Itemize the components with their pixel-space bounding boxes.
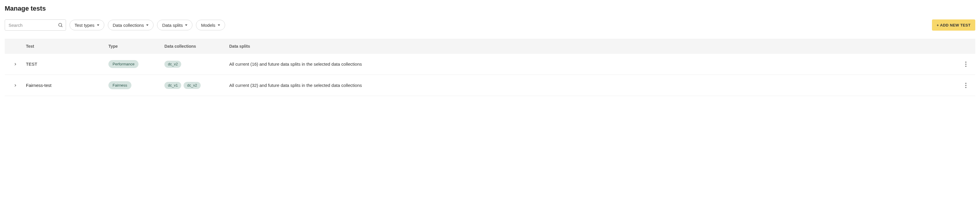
expand-row-button[interactable]: [12, 82, 19, 89]
th-data-splits: Data splits: [226, 39, 958, 54]
filter-test-types[interactable]: Test types: [70, 20, 104, 30]
th-data-collections: Data collections: [161, 39, 226, 54]
svg-line-1: [61, 26, 62, 27]
data-splits-text: All current (32) and future data splits …: [229, 83, 362, 88]
filter-data-splits[interactable]: Data splits: [157, 20, 192, 30]
filter-models[interactable]: Models: [196, 20, 225, 30]
add-new-test-button[interactable]: + ADD NEW TEST: [932, 19, 975, 30]
data-collections-chips: dc_v1dc_v2: [164, 82, 222, 89]
test-name: TEST: [26, 62, 37, 67]
filter-label: Data collections: [113, 23, 144, 28]
tests-table: Test Type Data collections Data splits T…: [5, 39, 975, 96]
search-input[interactable]: [5, 19, 66, 30]
table-row: Fairness-testFairnessdc_v1dc_v2All curre…: [5, 75, 975, 96]
filter-label: Models: [201, 23, 215, 28]
search-wrap: [5, 19, 66, 30]
caret-down-icon: [218, 24, 220, 26]
th-expand: [5, 39, 22, 54]
page-title: Manage tests: [5, 5, 975, 13]
more-vertical-icon: [965, 62, 966, 67]
type-chip: Fairness: [108, 81, 131, 89]
data-collection-chip: dc_v1: [164, 82, 181, 89]
th-actions: [958, 39, 975, 54]
search-icon: [58, 22, 63, 28]
caret-down-icon: [146, 24, 148, 26]
th-type: Type: [105, 39, 161, 54]
filter-label: Data splits: [162, 23, 183, 28]
test-name: Fairness-test: [26, 83, 52, 88]
filter-label: Test types: [75, 23, 95, 28]
caret-down-icon: [97, 24, 99, 26]
table-header: Test Type Data collections Data splits: [5, 39, 975, 54]
expand-row-button[interactable]: [12, 61, 19, 68]
data-collection-chip: dc_v2: [184, 82, 200, 89]
data-splits-text: All current (16) and future data splits …: [229, 62, 362, 67]
caret-down-icon: [185, 24, 188, 26]
toolbar: Test types Data collections Data splits …: [5, 19, 975, 30]
table-row: TESTPerformancedc_v2All current (16) and…: [5, 54, 975, 75]
filter-data-collections[interactable]: Data collections: [108, 20, 154, 30]
data-collections-chips: dc_v2: [164, 61, 222, 68]
type-chip: Performance: [108, 60, 138, 68]
row-actions-menu[interactable]: [963, 82, 969, 89]
svg-point-0: [59, 23, 62, 27]
more-vertical-icon: [965, 83, 966, 88]
row-actions-menu[interactable]: [963, 61, 969, 68]
data-collection-chip: dc_v2: [164, 61, 181, 68]
chevron-right-icon: [13, 62, 18, 66]
th-test: Test: [22, 39, 105, 54]
chevron-right-icon: [13, 83, 18, 88]
